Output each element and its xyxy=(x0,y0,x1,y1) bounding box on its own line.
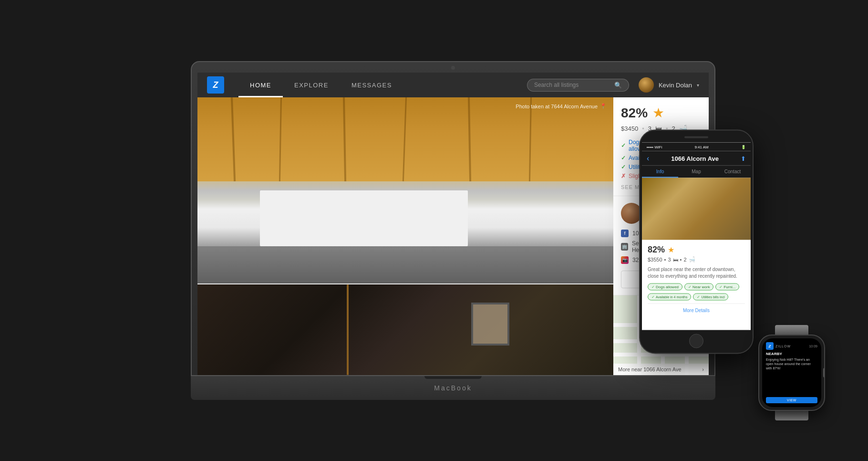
phone-photo-image xyxy=(642,178,751,240)
username: Kevin Dolan xyxy=(659,82,692,89)
phone-tag-near-work: ✓ Near work xyxy=(684,283,713,291)
instagram-icon: 📷 xyxy=(621,256,629,264)
search-bar[interactable]: 🔍 xyxy=(527,79,629,92)
phone-tab-info[interactable]: Info xyxy=(642,166,678,178)
avatar-image xyxy=(639,77,654,93)
counter-element xyxy=(260,190,468,246)
check-icon: ✓ xyxy=(697,295,700,299)
search-input[interactable] xyxy=(534,82,610,88)
check-icon: ✓ xyxy=(719,285,723,289)
main-content: Photo taken at 7644 Alcorn Avenue 📍 xyxy=(197,97,709,375)
navigation-bar: Z HOME EXPLORE MESSAGES 🔍 Kevin Dolan ▾ xyxy=(197,73,709,97)
photo-bottom xyxy=(197,284,613,375)
map-label-text: More near 1066 Alcorn Ave xyxy=(618,367,682,372)
phone-tag-furnished: ✓ Furni... xyxy=(715,283,739,291)
chevron-down-icon: ▾ xyxy=(697,83,699,88)
watch-crown xyxy=(823,368,825,377)
phone-beds: 3 xyxy=(668,256,671,262)
phone-tab-map[interactable]: Map xyxy=(678,166,714,178)
watch-app-logo: Z xyxy=(766,342,774,350)
beam xyxy=(343,97,346,181)
watch-screen: Z ZILLOW 10:09 NEARBY Enjoying Nob Hill?… xyxy=(762,338,821,407)
phone-star-icon: ★ xyxy=(668,245,674,254)
phone-tag-available: ✓ Available in 4 months xyxy=(648,293,691,301)
nav-home[interactable]: HOME xyxy=(238,73,283,97)
phone-listing-title: 1066 Alcorn Ave xyxy=(653,155,737,162)
phone-back-button[interactable]: ‹ xyxy=(647,154,649,163)
search-icon: 🔍 xyxy=(614,82,622,89)
beam xyxy=(529,97,532,181)
nav-explore[interactable]: EXPLORE xyxy=(283,73,340,97)
dark-photo-image xyxy=(197,284,613,375)
phone-sub-tags: ✓ Available in 4 months ✓ Utilities bill… xyxy=(648,293,745,301)
phone-home-button[interactable] xyxy=(689,334,703,348)
wifi-icon: WiFi xyxy=(654,145,662,149)
phone-speaker xyxy=(684,136,708,138)
phone-screen: ▪▪▪▪▪ WiFi 9:41 AM 🔋 ‹ 1066 Alcorn Ave ⬆… xyxy=(642,143,751,330)
phone-tab-contact[interactable]: Contact xyxy=(714,166,751,178)
watch-body: Z ZILLOW 10:09 NEARBY Enjoying Nob Hill?… xyxy=(758,335,825,411)
watch-header: Z ZILLOW 10:09 xyxy=(766,342,817,350)
watch-time: 10:09 xyxy=(809,345,817,348)
laptop-screen: Z HOME EXPLORE MESSAGES 🔍 Kevin Dolan ▾ xyxy=(197,73,709,375)
phone-price: $3550 xyxy=(648,256,662,262)
window-element xyxy=(471,303,509,346)
battery-icon: 🔋 xyxy=(741,145,746,149)
watch-device: Z ZILLOW 10:09 NEARBY Enjoying Nob Hill?… xyxy=(754,325,830,413)
ladder-element xyxy=(343,284,362,375)
beam xyxy=(403,97,407,181)
phone-time: 9:41 AM xyxy=(694,145,708,149)
laptop-base: MacBook xyxy=(191,376,715,400)
phone-status-bar: ▪▪▪▪▪ WiFi 9:41 AM 🔋 xyxy=(642,143,751,151)
phone-description: Great place near the center of downtown,… xyxy=(648,266,745,280)
photo-location-label: Photo taken at 7644 Alcorn Avenue 📍 xyxy=(516,103,607,109)
watch-notification-body: Enjoying Nob Hill? There's an open house… xyxy=(766,357,817,370)
signal-bars: ▪▪▪▪▪ xyxy=(647,145,653,149)
photo-panel: Photo taken at 7644 Alcorn Avenue 📍 xyxy=(197,97,613,375)
avatar xyxy=(639,77,654,93)
photo-label-text: Photo taken at 7644 Alcorn Avenue xyxy=(516,104,598,109)
watch-app-name: ZILLOW xyxy=(775,345,791,348)
photo-top: Photo taken at 7644 Alcorn Avenue 📍 xyxy=(197,97,613,283)
phone-baths: 2 xyxy=(683,256,686,262)
watch-band-bottom xyxy=(775,411,808,420)
watch-band-top xyxy=(775,325,808,335)
phone-listing-photo xyxy=(642,178,751,240)
laptop-hinge xyxy=(424,376,482,379)
app-logo[interactable]: Z xyxy=(207,76,224,94)
map-label[interactable]: More near 1066 Alcorn Ave › xyxy=(613,364,709,375)
watch-content: Z ZILLOW 10:09 NEARBY Enjoying Nob Hill?… xyxy=(762,338,821,407)
phone-share-icon[interactable]: ⬆ xyxy=(741,155,746,162)
nav-messages[interactable]: MESSAGES xyxy=(340,73,403,97)
phone-separator2: • xyxy=(680,256,682,262)
laptop-body: Z HOME EXPLORE MESSAGES 🔍 Kevin Dolan ▾ xyxy=(191,61,715,376)
beam xyxy=(231,97,236,181)
location-pin-icon: 📍 xyxy=(600,103,607,109)
phone-dogs-label: Dogs allowed xyxy=(656,285,679,289)
phone-tab-bar: Info Map Contact xyxy=(642,166,751,178)
user-menu[interactable]: Kevin Dolan ▾ xyxy=(639,77,699,93)
floor-element xyxy=(197,246,613,283)
phone-furnished-label: Furni... xyxy=(723,285,735,289)
phone-match-score: 82% xyxy=(648,245,665,255)
score-row: 82% ★ xyxy=(621,105,701,121)
building-icon: 🏢 xyxy=(621,243,628,251)
phone-utilities-label: Utilities bills incl xyxy=(701,295,724,299)
check-icon3: ✓ xyxy=(621,155,626,161)
phone-tags: ✓ Dogs allowed ✓ Near work ✓ Furni... xyxy=(648,283,745,291)
x-icon: ✗ xyxy=(621,173,626,179)
match-score: 82% xyxy=(621,105,648,121)
phone-score-row: 82% ★ xyxy=(648,245,745,255)
signal-icons: ▪▪▪▪▪ WiFi xyxy=(647,145,662,149)
star-icon: ★ xyxy=(652,105,664,121)
more-details-button[interactable]: More Details xyxy=(648,304,745,317)
phone-tag-utilities: ✓ Utilities bills incl xyxy=(693,293,728,301)
price: $3450 xyxy=(621,125,638,132)
watch-view-button[interactable]: VIEW xyxy=(766,397,817,403)
phone-tag-dogs: ✓ Dogs allowed xyxy=(648,283,682,291)
phone-body: ▪▪▪▪▪ WiFi 9:41 AM 🔋 ‹ 1066 Alcorn Ave ⬆… xyxy=(639,130,754,354)
logo-letter: Z xyxy=(213,80,218,90)
check-icon: ✓ xyxy=(621,142,626,149)
check-icon4: ✓ xyxy=(621,164,626,170)
phone-separator: • xyxy=(664,256,666,262)
